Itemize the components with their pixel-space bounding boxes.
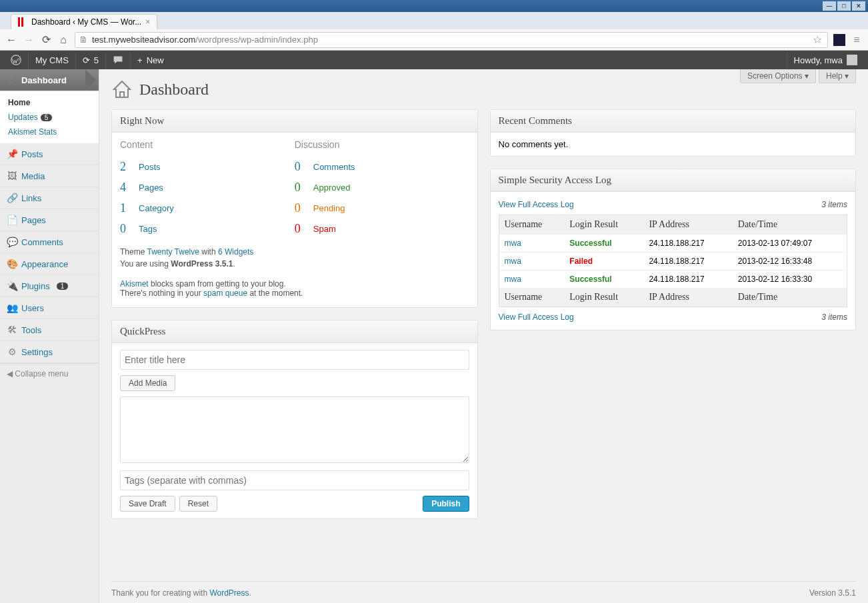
avatar-icon xyxy=(847,55,857,65)
sidebar-item-links[interactable]: 🔗Links xyxy=(0,187,99,209)
sidebar-item-comments[interactable]: 💬Comments xyxy=(0,231,99,253)
log-user-link[interactable]: mwa xyxy=(505,275,521,284)
widgets-link[interactable]: 6 Widgets xyxy=(218,247,253,257)
access-log-widget: Simple Security Access Log View Full Acc… xyxy=(490,169,857,330)
log-ip: 24.118.188.217 xyxy=(643,253,732,271)
rn-count[interactable]: 0 xyxy=(120,222,126,235)
updates-badge: 5 xyxy=(41,114,53,121)
sidebar-item-appearance[interactable]: 🎨Appearance xyxy=(0,253,99,275)
discussion-heading: Discussion xyxy=(295,139,469,150)
rn-label[interactable]: Approved xyxy=(313,183,351,193)
extension-icon[interactable] xyxy=(833,34,845,46)
col-datetime: Date/Time xyxy=(733,215,847,235)
view-full-log-link-bottom[interactable]: View Full Access Log xyxy=(499,312,574,322)
view-full-log-link-top[interactable]: View Full Access Log xyxy=(499,200,574,209)
rn-label[interactable]: Category xyxy=(139,203,174,213)
dashboard-title-icon xyxy=(111,79,133,100)
rn-count[interactable]: 0 xyxy=(295,222,301,235)
submenu-akismet[interactable]: Akismet Stats xyxy=(0,125,99,139)
quickpress-widget: QuickPress Add Media Save Draft Reset Pu… xyxy=(111,320,478,519)
wordpress-logo-icon xyxy=(11,55,21,65)
submenu-home[interactable]: Home xyxy=(0,95,99,110)
rn-count[interactable]: 0 xyxy=(295,181,301,194)
plus-icon: + xyxy=(137,55,143,65)
back-button[interactable]: ← xyxy=(5,34,17,46)
comments-menu[interactable] xyxy=(105,51,130,69)
log-result: Failed xyxy=(564,253,643,271)
sidebar-item-plugins[interactable]: 🔌Plugins1 xyxy=(0,275,99,297)
screen-options-button[interactable]: Screen Options ▾ xyxy=(740,69,816,83)
quickpress-tags-input[interactable] xyxy=(120,470,469,490)
reload-button[interactable]: ⟳ xyxy=(40,34,52,46)
close-window-button[interactable]: ✕ xyxy=(852,1,865,11)
plugin-icon: 🔌 xyxy=(7,281,17,291)
help-button[interactable]: Help ▾ xyxy=(819,69,856,83)
forward-button[interactable]: → xyxy=(23,34,35,46)
sidebar-label: Plugins xyxy=(21,281,50,291)
rn-label[interactable]: Pending xyxy=(313,203,345,213)
rn-count[interactable]: 0 xyxy=(295,201,301,215)
sidebar-label: Settings xyxy=(21,347,53,357)
log-result: Successful xyxy=(564,235,643,253)
akismet-link[interactable]: Akismet xyxy=(120,279,149,289)
page-icon: 📄 xyxy=(7,215,17,225)
sidebar-item-posts[interactable]: 📌Posts xyxy=(0,143,99,165)
log-user-link[interactable]: mwa xyxy=(505,257,521,266)
collapse-icon: ◀ xyxy=(7,369,13,378)
bookmark-star-icon[interactable]: ☆ xyxy=(811,34,823,46)
address-bar[interactable]: 🗎 test.mywebsiteadvisor.com/wordpress/wp… xyxy=(75,32,828,48)
home-button[interactable]: ⌂ xyxy=(57,34,69,46)
widget-title: QuickPress xyxy=(112,320,477,343)
log-row: mwaFailed24.118.188.2172013-02-12 16:33:… xyxy=(499,253,847,271)
sidebar-item-pages[interactable]: 📄Pages xyxy=(0,209,99,231)
log-datetime: 2013-02-12 16:33:48 xyxy=(733,253,847,271)
log-result: Successful xyxy=(564,271,643,289)
rn-count[interactable]: 4 xyxy=(120,181,126,194)
rn-count[interactable]: 1 xyxy=(120,201,126,215)
browser-tab[interactable]: Dashboard ‹ My CMS — Wor... × xyxy=(11,14,157,29)
page-icon: 🗎 xyxy=(79,35,88,45)
add-media-button[interactable]: Add Media xyxy=(120,375,175,391)
rn-label[interactable]: Posts xyxy=(139,162,161,172)
new-content-menu[interactable]: + New xyxy=(130,51,171,69)
tab-close-icon[interactable]: × xyxy=(145,17,150,27)
log-row: mwaSuccessful24.118.188.2172013-02-13 07… xyxy=(499,235,847,253)
minimize-button[interactable]: — xyxy=(823,1,836,11)
rn-label[interactable]: Comments xyxy=(313,162,355,172)
rn-count[interactable]: 2 xyxy=(120,160,126,173)
collapse-menu-button[interactable]: ◀ Collapse menu xyxy=(0,363,99,384)
rn-label[interactable]: Pages xyxy=(139,183,163,193)
settings-icon: ⚙ xyxy=(7,346,17,357)
updates-menu[interactable]: ⟳ 5 xyxy=(75,51,105,69)
maximize-button[interactable]: □ xyxy=(837,1,851,11)
quickpress-title-input[interactable] xyxy=(120,350,469,370)
rn-label[interactable]: Tags xyxy=(139,224,157,234)
reset-button[interactable]: Reset xyxy=(179,496,217,512)
spam-queue-link[interactable]: spam queue xyxy=(203,289,247,298)
sidebar-item-tools[interactable]: 🛠Tools xyxy=(0,319,99,341)
updates-icon: ⟳ xyxy=(83,55,90,65)
rn-count[interactable]: 0 xyxy=(295,160,301,173)
sidebar-item-users[interactable]: 👥Users xyxy=(0,297,99,319)
wordpress-link[interactable]: WordPress xyxy=(209,588,249,598)
browser-menu-icon[interactable]: ≡ xyxy=(851,34,863,46)
publish-button[interactable]: Publish xyxy=(423,496,469,512)
col-ip: IP Address xyxy=(643,215,732,235)
window-titlebar: — □ ✕ xyxy=(0,0,868,12)
sidebar-item-settings[interactable]: ⚙Settings xyxy=(0,341,99,363)
save-draft-button[interactable]: Save Draft xyxy=(120,496,175,512)
sidebar-item-dashboard[interactable]: ⌂ Dashboard xyxy=(0,69,99,91)
log-user-link[interactable]: mwa xyxy=(505,239,521,248)
right-now-widget: Right Now Content 2Posts4Pages1Category0… xyxy=(111,109,478,308)
quickpress-content-textarea[interactable] xyxy=(120,396,469,463)
sidebar-label: Tools xyxy=(21,325,41,335)
tools-icon: 🛠 xyxy=(7,324,17,335)
wp-logo-menu[interactable] xyxy=(4,51,28,69)
sidebar-item-media[interactable]: 🖼Media xyxy=(0,165,99,187)
rn-label[interactable]: Spam xyxy=(313,224,336,234)
site-name-menu[interactable]: My CMS xyxy=(28,51,75,69)
widget-title: Simple Security Access Log xyxy=(491,169,856,192)
account-menu[interactable]: Howdy, mwa xyxy=(787,51,864,69)
submenu-updates[interactable]: Updates5 xyxy=(0,110,99,125)
theme-link[interactable]: Twenty Twelve xyxy=(147,247,199,257)
